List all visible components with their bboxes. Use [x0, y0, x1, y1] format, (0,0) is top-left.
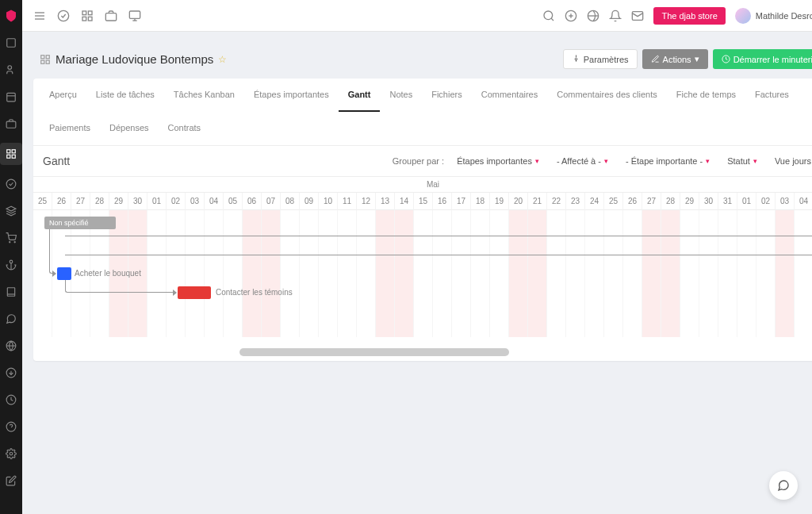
gantt-title: Gantt	[43, 155, 70, 167]
svg-point-13	[10, 260, 13, 263]
chat-fab[interactable]	[769, 471, 798, 500]
users-icon[interactable]	[3, 62, 19, 78]
add-icon[interactable]	[565, 10, 577, 22]
filter-status[interactable]: Statut▾	[722, 154, 762, 168]
check-icon[interactable]	[3, 176, 19, 192]
tab-factures[interactable]: Factures	[745, 79, 799, 112]
briefcase-icon[interactable]	[3, 116, 19, 132]
bar-task1[interactable]	[57, 267, 71, 280]
day-cell: 06	[243, 193, 262, 210]
filter-milestone[interactable]: Étapes importantes▾	[452, 154, 544, 168]
day-cell: 26	[623, 193, 642, 210]
edit-icon[interactable]	[3, 473, 19, 489]
filter-view[interactable]: Vue jours▾	[770, 154, 812, 168]
tab-liste-de-tâches[interactable]: Liste de tâches	[86, 79, 164, 112]
day-cell: 25	[33, 193, 52, 210]
day-cell: 03	[776, 193, 795, 210]
tab-gantt[interactable]: Gantt	[339, 79, 381, 112]
page-header: Mariage Ludovique Bontemps ☆ Paramètres …	[33, 43, 812, 79]
tab-tâches-kanban[interactable]: Tâches Kanban	[164, 79, 244, 112]
actions-button[interactable]: Actions ▾	[642, 49, 708, 69]
tab-fiche-de-temps[interactable]: Fiche de temps	[667, 79, 745, 112]
user-menu[interactable]: Mathilde Desroches	[735, 8, 812, 24]
search-icon[interactable]	[542, 10, 555, 22]
mail-icon[interactable]	[631, 10, 644, 22]
globe-icon[interactable]	[3, 338, 19, 354]
day-cell: 04	[795, 193, 812, 210]
tab-paiements[interactable]: Paiements	[40, 112, 100, 145]
day-cell: 30	[128, 193, 147, 210]
day-cell: 01	[147, 193, 167, 210]
month-label: Mai	[33, 177, 812, 193]
timer-button[interactable]: Démarrer le minuterie	[713, 49, 812, 69]
day-cell: 09	[300, 193, 319, 210]
scrollbar-thumb[interactable]	[239, 348, 509, 356]
label-task1: Acheter le bouquet	[75, 269, 141, 278]
tab-dépenses[interactable]: Dépenses	[100, 112, 159, 145]
gantt-chart[interactable]: Mai 252627282930010203040506070809101112…	[33, 177, 812, 361]
svg-point-36	[544, 11, 553, 20]
svg-rect-6	[12, 150, 15, 153]
day-cell: 30	[699, 193, 718, 210]
menu-icon[interactable]	[33, 10, 46, 22]
tab-aperçu[interactable]: Aperçu	[40, 79, 86, 112]
day-cell: 31	[718, 193, 737, 210]
svg-rect-8	[7, 155, 10, 158]
grid-icon[interactable]	[81, 10, 94, 22]
left-sidebar	[0, 0, 22, 514]
star-icon[interactable]: ☆	[218, 54, 227, 65]
avatar-icon	[735, 8, 751, 24]
bar-task2[interactable]	[178, 286, 211, 299]
store-button[interactable]: The djab store	[653, 7, 725, 25]
dashboard-icon[interactable]	[3, 35, 19, 51]
svg-rect-32	[105, 13, 116, 20]
clock-icon[interactable]	[3, 392, 19, 408]
svg-rect-2	[7, 93, 16, 102]
svg-rect-0	[7, 39, 16, 48]
package-icon[interactable]	[105, 10, 117, 22]
day-cell: 18	[471, 193, 490, 210]
language-icon[interactable]	[587, 10, 599, 22]
bell-icon[interactable]	[609, 10, 622, 22]
settings-button[interactable]: Paramètres	[563, 49, 638, 69]
day-cell: 14	[395, 193, 414, 210]
day-cell: 29	[680, 193, 699, 210]
day-cell: 27	[71, 193, 90, 210]
tab-commentaires[interactable]: Commentaires	[472, 79, 548, 112]
svg-rect-33	[129, 11, 140, 18]
tabs: AperçuListe de tâchesTâches KanbanÉtapes…	[33, 79, 812, 146]
actions-label: Actions	[663, 55, 691, 64]
cart-icon[interactable]	[3, 230, 19, 246]
help-icon[interactable]	[3, 419, 19, 435]
monitor-icon[interactable]	[128, 10, 141, 22]
book-icon[interactable]	[3, 284, 19, 300]
day-cell: 08	[281, 193, 300, 210]
day-cell: 03	[186, 193, 205, 210]
settings-icon[interactable]	[3, 446, 19, 462]
project-icon	[40, 54, 51, 65]
logo-icon[interactable]	[3, 8, 19, 24]
filter-stage[interactable]: - Étape importante -▾	[621, 154, 714, 168]
day-cell: 17	[452, 193, 471, 210]
day-cell: 13	[376, 193, 395, 210]
calendar-icon[interactable]	[3, 89, 19, 105]
day-cell: 22	[547, 193, 566, 210]
svg-point-9	[6, 179, 16, 189]
chat-icon[interactable]	[3, 311, 19, 327]
day-cell: 04	[205, 193, 224, 210]
check-circle-icon[interactable]	[57, 10, 70, 22]
day-cell: 10	[319, 193, 338, 210]
filter-assignee[interactable]: - Affecté à -▾	[552, 154, 613, 168]
tab-contrats[interactable]: Contrats	[159, 112, 211, 145]
day-cell: 25	[604, 193, 623, 210]
svg-rect-15	[7, 288, 14, 297]
projects-icon[interactable]	[0, 143, 22, 165]
tab-fichiers[interactable]: Fichiers	[422, 79, 472, 112]
tab-commentaires-des-clients[interactable]: Commentaires des clients	[547, 79, 667, 112]
layers-icon[interactable]	[3, 203, 19, 219]
anchor-icon[interactable]	[3, 257, 19, 273]
import-icon[interactable]	[3, 365, 19, 381]
bar-unspecified[interactable]: Non spécifié	[44, 217, 116, 229]
tab-étapes-importantes[interactable]: Étapes importantes	[244, 79, 339, 112]
tab-notes[interactable]: Notes	[380, 79, 422, 112]
